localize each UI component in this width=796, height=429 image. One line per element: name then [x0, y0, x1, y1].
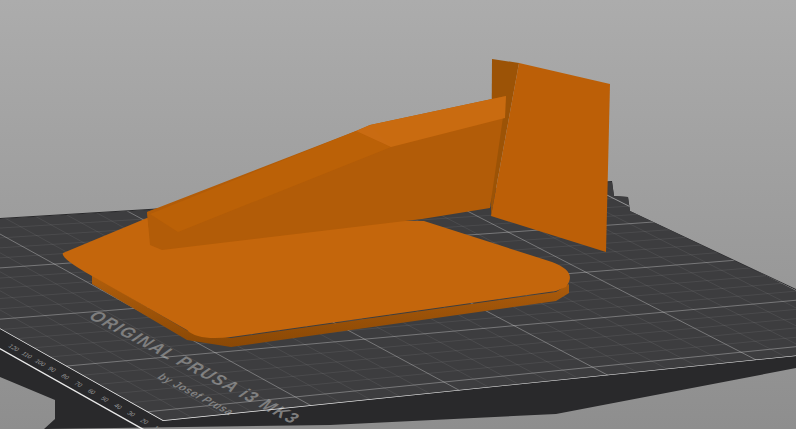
printed-model[interactable]: [63, 59, 610, 347]
scene-canvas: ORIGINAL PRUSA i3 MK3 by Josef Prusa 120…: [0, 0, 796, 429]
slicer-3d-viewport[interactable]: ORIGINAL PRUSA i3 MK3 by Josef Prusa 120…: [0, 0, 796, 429]
